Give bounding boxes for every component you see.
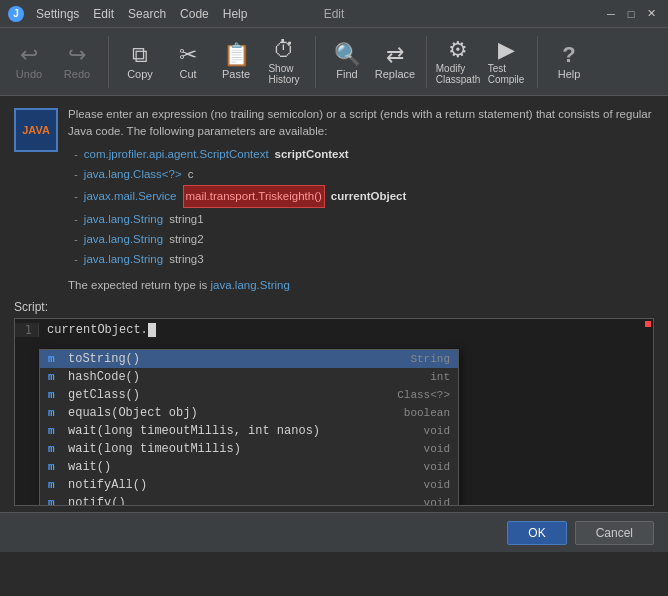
- return-type-7: void: [424, 479, 450, 491]
- dash-4: -: [74, 210, 78, 228]
- link-string1[interactable]: java.lang.String: [84, 210, 163, 228]
- return-type-2: Class<?>: [397, 389, 450, 401]
- param-scriptcontext-name: scriptContext: [275, 145, 349, 163]
- cancel-button[interactable]: Cancel: [575, 521, 654, 545]
- line-number-1: 1: [15, 323, 39, 337]
- history-icon: ⏱: [273, 39, 295, 61]
- app-icon: J: [8, 6, 24, 22]
- replace-icon: ⇄: [386, 44, 404, 66]
- paste-icon: 📋: [223, 44, 250, 66]
- dash-5: -: [74, 230, 78, 248]
- toolbar: ↩ Undo ↪ Redo ⧉ Copy ✂ Cut 📋 Paste ⏱ Sho…: [0, 28, 668, 96]
- cut-label: Cut: [179, 68, 196, 80]
- autocomplete-item-0[interactable]: m toString() String: [40, 350, 458, 368]
- bottom-bar: OK Cancel: [0, 512, 668, 552]
- link-highlighted[interactable]: mail.transport.Triskeighth(): [183, 185, 325, 207]
- script-section: Script: 1 currentObject. m toString() St…: [0, 300, 668, 512]
- help-label: Help: [558, 68, 581, 80]
- method-name-4: wait(long timeoutMillis, int nanos): [68, 424, 416, 438]
- autocomplete-item-4[interactable]: m wait(long timeoutMillis, int nanos) vo…: [40, 422, 458, 440]
- param-row-4: - java.lang.String string1: [74, 210, 654, 228]
- method-name-5: wait(long timeoutMillis): [68, 442, 416, 456]
- find-icon: 🔍: [334, 44, 361, 66]
- method-icon-6: m: [48, 461, 62, 473]
- cut-button[interactable]: ✂ Cut: [165, 36, 211, 88]
- redo-icon: ↪: [68, 44, 86, 66]
- autocomplete-item-3[interactable]: m equals(Object obj) boolean: [40, 404, 458, 422]
- menu-help[interactable]: Help: [217, 5, 254, 23]
- menu-search[interactable]: Search: [122, 5, 172, 23]
- undo-icon: ↩: [20, 44, 38, 66]
- show-history-button[interactable]: ⏱ ShowHistory: [261, 36, 307, 88]
- modify-classpath-button[interactable]: ⚙ ModifyClasspath: [435, 36, 481, 88]
- script-label: Script:: [14, 300, 654, 314]
- minimize-button[interactable]: ─: [602, 5, 620, 23]
- java-icon: JAVA: [14, 108, 58, 152]
- window-title: Edit: [324, 7, 345, 21]
- classpath-label: ModifyClasspath: [436, 63, 480, 85]
- method-icon-4: m: [48, 425, 62, 437]
- redo-label: Redo: [64, 68, 90, 80]
- method-icon-2: m: [48, 389, 62, 401]
- link-class[interactable]: java.lang.Class<?>: [84, 165, 182, 183]
- autocomplete-item-6[interactable]: m wait() void: [40, 458, 458, 476]
- return-type-4: void: [424, 425, 450, 437]
- link-scriptcontext[interactable]: com.jprofiler.api.agent.ScriptContext: [84, 145, 269, 163]
- compile-label: TestCompile: [488, 63, 525, 85]
- classpath-icon: ⚙: [448, 39, 468, 61]
- params-list: - com.jprofiler.api.agent.ScriptContext …: [74, 145, 654, 269]
- test-compile-button[interactable]: ▶ TestCompile: [483, 36, 529, 88]
- history-label: ShowHistory: [268, 63, 299, 85]
- error-marker: [645, 321, 651, 327]
- param-row-1: - com.jprofiler.api.agent.ScriptContext …: [74, 145, 654, 163]
- dash-2: -: [74, 165, 78, 183]
- return-type-label: The expected return type is: [68, 279, 207, 291]
- paste-button[interactable]: 📋 Paste: [213, 36, 259, 88]
- replace-label: Replace: [375, 68, 415, 80]
- cursor: [148, 323, 156, 337]
- compile-icon: ▶: [498, 39, 515, 61]
- method-name-6: wait(): [68, 460, 416, 474]
- script-editor[interactable]: 1 currentObject. m toString() String m h…: [14, 318, 654, 506]
- find-button[interactable]: 🔍 Find: [324, 36, 370, 88]
- link-service[interactable]: javax.mail.Service: [84, 187, 177, 205]
- method-icon-1: m: [48, 371, 62, 383]
- undo-button[interactable]: ↩ Undo: [6, 36, 52, 88]
- title-bar: J Settings Edit Search Code Help Edit ─ …: [0, 0, 668, 28]
- script-line-1: 1 currentObject.: [15, 319, 653, 341]
- autocomplete-dropdown[interactable]: m toString() String m hashCode() int m g…: [39, 349, 459, 506]
- cut-icon: ✂: [179, 44, 197, 66]
- menu-code[interactable]: Code: [174, 5, 215, 23]
- dash-6: -: [74, 250, 78, 268]
- copy-label: Copy: [127, 68, 153, 80]
- expected-return: The expected return type is java.lang.St…: [68, 277, 654, 294]
- code-text: currentObject.: [47, 323, 148, 337]
- dash-3: -: [74, 187, 78, 205]
- close-button[interactable]: ✕: [642, 5, 660, 23]
- replace-button[interactable]: ⇄ Replace: [372, 36, 418, 88]
- copy-button[interactable]: ⧉ Copy: [117, 36, 163, 88]
- param-string1-name: string1: [169, 210, 204, 228]
- toolbar-group-undoredo: ↩ Undo ↪ Redo: [6, 36, 109, 88]
- redo-button[interactable]: ↪ Redo: [54, 36, 100, 88]
- autocomplete-item-7[interactable]: m notifyAll() void: [40, 476, 458, 494]
- autocomplete-item-8[interactable]: m notify() void: [40, 494, 458, 506]
- param-string2-name: string2: [169, 230, 204, 248]
- return-type-8: void: [424, 497, 450, 506]
- toolbar-group-clipboard: ⧉ Copy ✂ Cut 📋 Paste ⏱ ShowHistory: [117, 36, 316, 88]
- method-name-8: notify(): [68, 496, 416, 506]
- maximize-button[interactable]: □: [622, 5, 640, 23]
- autocomplete-item-2[interactable]: m getClass() Class<?>: [40, 386, 458, 404]
- param-row-6: - java.lang.String string3: [74, 250, 654, 268]
- autocomplete-item-1[interactable]: m hashCode() int: [40, 368, 458, 386]
- help-button[interactable]: ? Help: [546, 36, 592, 88]
- ok-button[interactable]: OK: [507, 521, 566, 545]
- menu-edit[interactable]: Edit: [87, 5, 120, 23]
- help-icon: ?: [562, 44, 575, 66]
- link-string2[interactable]: java.lang.String: [84, 230, 163, 248]
- link-string3[interactable]: java.lang.String: [84, 250, 163, 268]
- return-type-link[interactable]: java.lang.String: [211, 279, 290, 291]
- autocomplete-item-5[interactable]: m wait(long timeoutMillis) void: [40, 440, 458, 458]
- menu-settings[interactable]: Settings: [30, 5, 85, 23]
- method-icon-7: m: [48, 479, 62, 491]
